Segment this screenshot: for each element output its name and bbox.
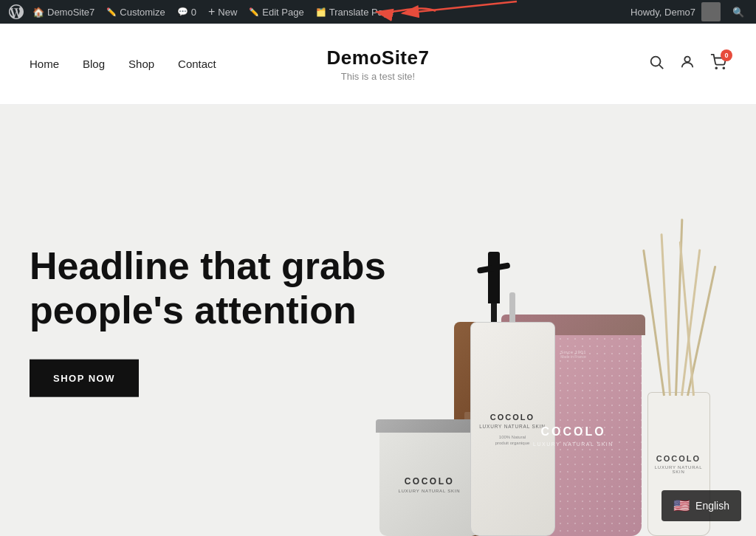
account-button[interactable]	[679, 54, 695, 74]
hero-section: Headline that grabs people's attention S…	[0, 105, 756, 536]
admin-bar-search[interactable]: 🔍	[726, 0, 750, 24]
admin-bar: 🏠 DemoSite7 ✏️ Customize 💬 0 + New ✏️ Ed…	[0, 0, 756, 24]
avatar-icon	[701, 2, 721, 21]
admin-bar-howdy[interactable]: Howdy, Demo7	[625, 0, 726, 24]
comments-icon: 💬	[177, 7, 188, 17]
cart-button[interactable]: 0	[710, 54, 726, 74]
home-icon: 🏠	[32, 7, 44, 18]
svg-point-2	[651, 57, 661, 66]
admin-bar-edit-page[interactable]: ✏️ Edit Page	[243, 0, 309, 24]
language-label: English	[695, 500, 729, 512]
hero-headline: Headline that grabs people's attention	[30, 244, 399, 333]
site-navigation: Home Blog Shop Contact	[30, 58, 216, 70]
admin-bar-right: Howdy, Demo7 🔍	[625, 0, 750, 24]
customize-icon: ✏️	[106, 7, 117, 17]
header-icons: 0	[648, 54, 726, 74]
search-admin-icon: 🔍	[732, 7, 744, 18]
site-header: Home Blog Shop Contact DemoSite7 This is…	[0, 24, 756, 105]
nav-item-shop[interactable]: Shop	[128, 58, 154, 70]
edit-icon: ✏️	[249, 7, 259, 17]
site-brand: DemoSite7 This is a test site!	[327, 47, 430, 82]
nav-item-home[interactable]: Home	[30, 58, 59, 70]
site-name: DemoSite7	[327, 47, 430, 69]
language-switcher[interactable]: 🇺🇸 English	[662, 490, 741, 521]
admin-bar-comments[interactable]: 💬 0	[171, 0, 202, 24]
translate-icon: 🗂️	[316, 7, 326, 17]
wordpress-logo[interactable]	[6, 1, 27, 22]
cream-bottle: COCOLO LUXURY NATURAL SKIN 100% Natural …	[468, 285, 557, 536]
new-icon: +	[208, 6, 215, 18]
svg-point-5	[715, 67, 717, 69]
admin-bar-site-name[interactable]: 🏠 DemoSite7	[27, 0, 100, 24]
shop-now-button[interactable]: SHOP NOW	[30, 359, 139, 396]
flag-icon: 🇺🇸	[673, 498, 690, 514]
svg-point-4	[684, 57, 690, 62]
site-tagline: This is a test site!	[327, 71, 430, 82]
small-jar: COCOLO LUXURY NATURAL SKIN	[379, 414, 479, 536]
svg-line-3	[659, 65, 663, 69]
admin-bar-translate-page[interactable]: 🗂️ Translate Page	[310, 0, 400, 24]
search-button[interactable]	[648, 54, 664, 74]
admin-bar-customize[interactable]: ✏️ Customize	[100, 0, 171, 24]
admin-bar-new[interactable]: + New	[202, 0, 243, 24]
hero-text: Headline that grabs people's attention S…	[30, 244, 399, 397]
svg-point-6	[723, 67, 724, 69]
nav-item-contact[interactable]: Contact	[178, 58, 216, 70]
diffuser: COCOLO LUXURY NATURAL SKIN	[638, 174, 719, 536]
nav-item-blog[interactable]: Blog	[83, 58, 105, 70]
cart-count-badge: 0	[721, 49, 732, 61]
